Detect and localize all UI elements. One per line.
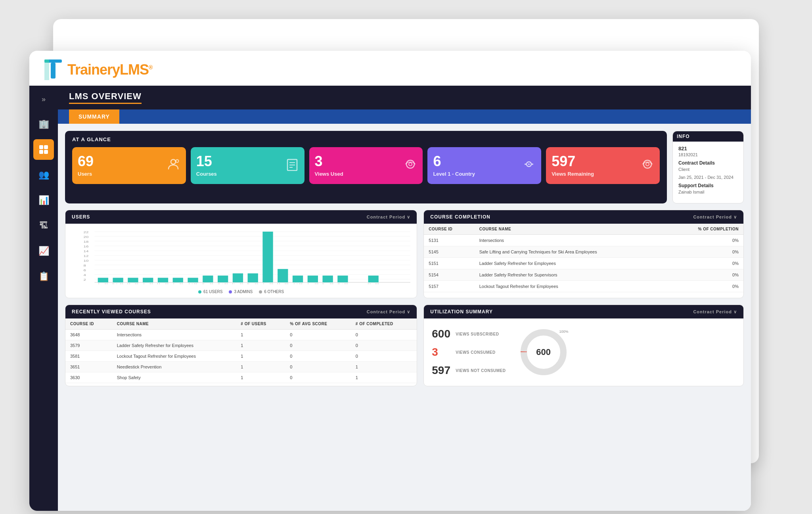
views-used-icon	[404, 157, 417, 174]
svg-point-17	[528, 163, 530, 165]
recent-col-avg-score: % OF AVG SCORE	[285, 318, 351, 330]
completion-pct: 0%	[667, 258, 743, 269]
stat-card-views-used: 3 Views Used	[309, 147, 423, 184]
svg-text:22: 22	[84, 230, 89, 234]
main-area: » 🏢 👥 📊 🏗 📈 📋	[29, 86, 751, 511]
stat-card-level-country-left: 6 Level 1 - Country	[433, 154, 475, 177]
recent-table-row: 3579 Ladder Safety Refresher for Employe…	[65, 340, 417, 351]
sidebar-item-analytics[interactable]: 📊	[33, 190, 54, 211]
middle-row: USERS Contract Period ∨ 22 20 18 16	[65, 210, 744, 298]
svg-text:Mar-21: Mar-21	[127, 283, 139, 284]
recent-course-name: Needlestick Prevention	[112, 362, 236, 372]
col-course-name: COURSE NAME	[475, 224, 668, 235]
recent-period-selector[interactable]: Contract Period ∨	[367, 309, 411, 315]
info-panel: INFO 821 18192021 Contract Details Clien…	[672, 131, 744, 203]
recent-avg-score: 0	[285, 351, 351, 362]
recent-avg-score: 0	[285, 330, 351, 340]
sidebar-item-structure[interactable]: 🏗	[33, 215, 54, 236]
svg-text:Jan-22: Jan-22	[262, 283, 274, 284]
not-consumed-number: 597	[432, 364, 452, 377]
courses-icon	[285, 157, 299, 174]
svg-text:Sep-21: Sep-21	[202, 283, 214, 284]
sidebar-item-users[interactable]: 👥	[33, 165, 54, 185]
completion-course-name: Intersections	[475, 235, 668, 246]
sidebar-item-dashboard[interactable]	[33, 139, 54, 160]
svg-text:8: 8	[84, 264, 86, 267]
completion-pct: 0%	[667, 235, 743, 246]
legend-label-users: 61 USERS	[203, 290, 222, 294]
completion-course-name: Ladder Safety Refresher for Employees	[475, 258, 668, 269]
sidebar-item-reports[interactable]: 📈	[33, 241, 54, 261]
logo-traineryLMS: TraineryLMS®	[67, 61, 152, 78]
info-number: 821	[678, 146, 738, 152]
recent-course-id: 3581	[65, 351, 112, 362]
svg-rect-61	[218, 276, 228, 282]
svg-text:16: 16	[84, 245, 89, 248]
donut-chart-container: 600 100%	[518, 326, 569, 378]
svg-rect-65	[248, 273, 258, 282]
stat-card-views-remaining-left: 597 Views Remaining	[552, 154, 594, 177]
svg-text:4: 4	[84, 273, 86, 276]
svg-point-19	[532, 163, 533, 165]
svg-text:Jul-21: Jul-21	[188, 283, 198, 284]
util-stats: 600 VIEWS SUBSCRIBED 3 VIEWS CONSUMED 59…	[432, 328, 506, 377]
donut-center-value: 600	[536, 347, 551, 357]
sidebar-item-clipboard[interactable]: 📋	[33, 266, 54, 287]
users-period-selector[interactable]: Contract Period ∨	[367, 215, 411, 220]
completion-table-row: 5157 Lockout Tagout Refresher for Employ…	[424, 281, 743, 292]
svg-point-20	[643, 160, 651, 168]
recent-users: 1	[236, 362, 285, 372]
consumed-label: VIEWS CONSUMED	[456, 350, 495, 355]
tab-bar: SUMMARY	[58, 109, 751, 124]
svg-rect-75	[322, 276, 333, 282]
completion-course-id: 5154	[424, 269, 474, 281]
svg-rect-67	[262, 232, 273, 282]
completion-table-row: 5151 Ladder Safety Refresher for Employe…	[424, 258, 743, 269]
svg-text:Apr-21: Apr-21	[143, 283, 153, 284]
recently-viewed-panel: RECENTLY VIEWED COURSES Contract Period …	[65, 305, 417, 386]
svg-rect-71	[293, 276, 303, 282]
tab-summary[interactable]: SUMMARY	[69, 109, 119, 124]
consumed-row: 3 VIEWS CONSUMED	[432, 346, 506, 359]
legend-label-others: 6 OTHERS	[264, 290, 284, 294]
users-icon	[166, 157, 180, 174]
svg-text:10: 10	[84, 259, 89, 262]
legend-dot-others	[259, 290, 262, 293]
support-details-label: Support Details	[678, 183, 738, 188]
svg-rect-7	[44, 150, 48, 154]
svg-point-14	[406, 160, 414, 168]
completion-table-header-row: COURSE ID COURSE NAME % OF COMPLETION	[424, 224, 743, 235]
recent-course-id: 3651	[65, 362, 112, 372]
views-used-number: 3	[315, 154, 343, 169]
svg-rect-69	[278, 269, 288, 282]
at-a-glance-panel: AT A GLANCE 69 Users	[65, 131, 667, 203]
recent-completed: 1	[351, 362, 417, 372]
level-country-number: 6	[433, 154, 475, 169]
utilization-period-selector[interactable]: Contract Period ∨	[693, 309, 737, 315]
sidebar-collapse-button[interactable]: »	[38, 92, 49, 107]
views-remaining-icon	[641, 157, 654, 174]
at-a-glance-title: AT A GLANCE	[72, 136, 660, 142]
recent-users: 1	[236, 340, 285, 351]
logo-icon	[44, 59, 63, 80]
svg-rect-45	[98, 278, 108, 282]
svg-text:14: 14	[84, 249, 89, 253]
courses-number: 15	[196, 154, 217, 169]
level-country-icon	[522, 157, 536, 174]
logo-text: TraineryLMS®	[67, 61, 152, 78]
legend-users: 61 USERS	[198, 290, 222, 294]
completion-table: COURSE ID COURSE NAME % OF COMPLETION 51…	[424, 224, 743, 292]
completion-period-selector[interactable]: Contract Period ∨	[693, 215, 737, 220]
svg-text:Jul-22: Jul-22	[293, 283, 303, 284]
sidebar-item-building[interactable]: 🏢	[33, 114, 54, 134]
recent-course-id: 3648	[65, 330, 112, 340]
not-consumed-label: VIEWS NOT CONSUMED	[456, 368, 506, 373]
stat-card-level-country: 6 Level 1 - Country	[427, 147, 541, 184]
views-remaining-label: Views Remaining	[552, 171, 594, 177]
legend-dot-admins	[229, 290, 232, 293]
svg-point-15	[409, 163, 412, 166]
users-chart-header: USERS Contract Period ∨	[65, 210, 417, 224]
svg-text:Aug-22: Aug-22	[307, 283, 318, 284]
glance-cards: 69 Users	[72, 147, 660, 184]
svg-text:Jan-21: Jan-21	[98, 283, 109, 284]
